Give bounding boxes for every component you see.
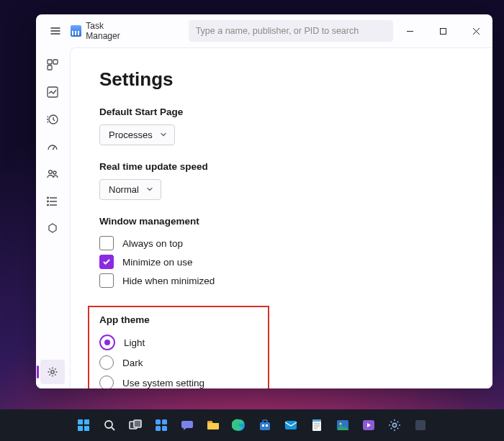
update-speed-value: Normal bbox=[109, 184, 139, 195]
taskbar-notepad-icon[interactable] bbox=[307, 415, 327, 435]
svg-rect-13 bbox=[84, 419, 89, 424]
svg-rect-15 bbox=[84, 426, 89, 431]
update-speed-label: Real time update speed bbox=[99, 161, 464, 172]
chevron-down-icon bbox=[146, 184, 153, 195]
nav-settings-icon[interactable] bbox=[40, 360, 65, 384]
app-icon bbox=[71, 25, 82, 37]
update-speed-section: Real time update speed Normal bbox=[99, 161, 464, 200]
app-theme-label: App theme bbox=[99, 314, 258, 325]
taskbar-start-icon[interactable] bbox=[73, 415, 94, 435]
taskbar-widgets-icon[interactable] bbox=[151, 415, 171, 435]
svg-point-35 bbox=[392, 423, 396, 427]
taskbar-edge-icon[interactable] bbox=[229, 415, 249, 435]
svg-rect-0 bbox=[440, 28, 446, 34]
svg-rect-22 bbox=[162, 426, 167, 431]
svg-point-33 bbox=[339, 422, 341, 424]
svg-rect-2 bbox=[53, 60, 58, 64]
svg-rect-1 bbox=[48, 60, 52, 64]
window-controls bbox=[393, 17, 492, 45]
svg-rect-14 bbox=[78, 426, 83, 431]
svg-point-7 bbox=[53, 171, 56, 174]
theme-system-radio[interactable]: Use system setting bbox=[99, 373, 258, 388]
close-button[interactable] bbox=[459, 17, 492, 45]
svg-rect-4 bbox=[48, 87, 58, 97]
radio-icon bbox=[99, 355, 114, 370]
taskbar-taskview-icon[interactable] bbox=[125, 415, 145, 435]
checkbox-label: Hide when minimized bbox=[122, 276, 215, 286]
default-start-page-value: Processes bbox=[109, 129, 153, 140]
taskbar-file-explorer-icon[interactable] bbox=[203, 415, 223, 435]
radio-label: Light bbox=[124, 337, 145, 348]
svg-rect-3 bbox=[48, 65, 52, 70]
desktop-background: Task Manager Type a name, publisher, or … bbox=[0, 0, 504, 441]
radio-label: Dark bbox=[122, 358, 143, 368]
maximize-button[interactable] bbox=[426, 17, 459, 45]
svg-rect-29 bbox=[285, 421, 297, 429]
app-title: Task Manager bbox=[86, 21, 139, 41]
svg-rect-12 bbox=[78, 419, 83, 424]
nav-details-icon[interactable] bbox=[45, 194, 60, 209]
svg-point-8 bbox=[48, 197, 49, 199]
taskbar-mail-icon[interactable] bbox=[281, 415, 301, 435]
checkbox-label: Always on top bbox=[122, 238, 183, 249]
app-theme-section-highlight: App theme Light Dark Use system setting bbox=[88, 306, 269, 388]
page-title: Settings bbox=[99, 68, 464, 91]
minimize-button[interactable] bbox=[393, 17, 426, 45]
svg-rect-18 bbox=[134, 420, 141, 427]
taskbar-chat-icon[interactable] bbox=[177, 415, 197, 435]
titlebar: Task Manager Type a name, publisher, or … bbox=[36, 14, 492, 47]
default-start-page-section: Default Start Page Processes bbox=[99, 106, 464, 145]
theme-light-radio[interactable]: Light bbox=[99, 332, 258, 353]
svg-rect-28 bbox=[266, 424, 268, 427]
nav-users-icon[interactable] bbox=[45, 167, 60, 181]
svg-rect-27 bbox=[262, 424, 264, 427]
radio-label: Use system setting bbox=[122, 378, 204, 388]
taskbar-extra-icon[interactable] bbox=[410, 415, 431, 435]
taskbar-clipchamp-icon[interactable] bbox=[359, 415, 379, 435]
svg-point-10 bbox=[48, 204, 49, 206]
svg-point-16 bbox=[105, 421, 112, 428]
update-speed-dropdown[interactable]: Normal bbox=[99, 179, 161, 200]
theme-dark-radio[interactable]: Dark bbox=[99, 353, 258, 373]
task-manager-window: Task Manager Type a name, publisher, or … bbox=[36, 14, 492, 388]
hide-when-minimized-checkbox[interactable]: Hide when minimized bbox=[99, 271, 464, 290]
always-on-top-checkbox[interactable]: Always on top bbox=[99, 234, 464, 253]
nav-rail bbox=[36, 47, 70, 388]
svg-rect-20 bbox=[162, 419, 167, 424]
radio-icon bbox=[99, 335, 115, 350]
svg-rect-19 bbox=[156, 419, 161, 424]
taskbar-settings-icon[interactable] bbox=[384, 415, 405, 435]
taskbar-store-icon[interactable] bbox=[255, 415, 275, 435]
window-management-section: Window management Always on top Minimize… bbox=[99, 216, 464, 290]
nav-services-icon[interactable] bbox=[45, 222, 60, 236]
nav-processes-icon[interactable] bbox=[45, 58, 60, 72]
nav-app-history-icon[interactable] bbox=[45, 112, 60, 127]
svg-rect-23 bbox=[207, 421, 212, 423]
settings-page: Settings Default Start Page Processes Re… bbox=[70, 47, 492, 388]
chevron-down-icon bbox=[160, 129, 167, 140]
hamburger-button[interactable] bbox=[43, 19, 68, 43]
taskbar bbox=[0, 409, 504, 441]
checkbox-icon bbox=[99, 236, 114, 250]
minimize-on-use-checkbox[interactable]: Minimize on use bbox=[99, 253, 464, 271]
svg-rect-21 bbox=[156, 426, 161, 431]
radio-icon bbox=[99, 376, 114, 388]
checkbox-icon bbox=[99, 273, 114, 288]
nav-performance-icon[interactable] bbox=[45, 85, 60, 99]
default-start-page-dropdown[interactable]: Processes bbox=[99, 124, 175, 145]
svg-point-6 bbox=[49, 171, 53, 174]
checkbox-label: Minimize on use bbox=[122, 257, 193, 268]
nav-startup-icon[interactable] bbox=[45, 140, 60, 154]
svg-point-11 bbox=[51, 370, 54, 373]
taskbar-search-icon[interactable] bbox=[99, 415, 120, 435]
checkbox-icon bbox=[99, 255, 114, 269]
svg-rect-31 bbox=[312, 419, 321, 422]
svg-point-9 bbox=[48, 201, 49, 202]
default-start-page-label: Default Start Page bbox=[99, 106, 464, 117]
search-input[interactable]: Type a name, publisher, or PID to search bbox=[189, 20, 393, 42]
svg-rect-36 bbox=[415, 420, 426, 430]
window-management-label: Window management bbox=[99, 216, 464, 227]
svg-rect-26 bbox=[263, 420, 267, 423]
taskbar-photos-icon[interactable] bbox=[333, 415, 353, 435]
search-placeholder: Type a name, publisher, or PID to search bbox=[196, 26, 359, 36]
